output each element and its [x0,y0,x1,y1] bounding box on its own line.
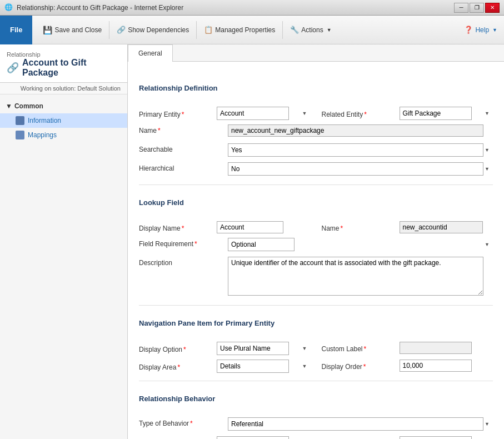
toolbar-right: Help ▼ [464,26,504,34]
managed-properties-button[interactable]: Managed Properties [198,19,281,41]
display-option-field: Use Plural Name Use Custom Label Do Not … [217,342,311,355]
display-name-input[interactable] [217,221,283,233]
primary-entity-label: Primary Entity* [139,108,217,118]
reparent-select[interactable]: Cascade None Cascade Active Cascade User… [400,436,472,439]
tab-general[interactable]: General [128,44,173,62]
entity-header: Relationship 🔗 Account to Gift Package [0,44,127,83]
toolbar: File Save and Close Show Dependencies Ma… [0,16,504,44]
nav-section: ▼ Common Information Mappings [0,94,127,147]
searchable-select[interactable]: Yes No [228,143,483,157]
display-name-label: Display Name* [139,222,217,232]
information-icon [16,116,24,125]
name-input[interactable] [228,124,483,137]
display-order-input[interactable] [400,360,472,372]
entity-icon: 🔗 [7,62,19,74]
primary-entity-select[interactable]: Account [217,107,289,120]
assign-select[interactable]: Cascade None Cascade Active Cascade User… [217,436,289,439]
related-entity-select[interactable]: Gift Package [400,107,472,120]
close-button[interactable]: ✕ [485,3,500,13]
hierarchical-row: Hierarchical No Yes [139,162,493,177]
display-order-col: Display Order* [322,360,493,372]
field-requirement-row: Field Requirement* Optional Required Rec… [139,238,493,252]
assign-col: Assign* Cascade None Cascade Active Casc… [139,436,311,439]
help-dropdown-icon: ▼ [492,27,497,33]
primary-entity-col: Primary Entity* Account [139,107,311,120]
description-row: Description Unique identifier of the acc… [139,257,493,297]
actions-button[interactable]: Actions ▼ [284,19,337,41]
entity-title-text: Account to Gift Package [22,58,121,78]
title-bar: 🌐 Relationship: Account to Gift Package … [0,0,504,16]
sidebar-item-mappings[interactable]: Mappings [0,128,127,142]
reparent-col: Reparent* Cascade None Cascade Active Ca… [322,436,493,439]
window-title: Relationship: Account to Gift Package - … [17,4,183,12]
nav-group-common[interactable]: ▼ Common [0,99,127,113]
show-dependencies-button[interactable]: Show Dependencies [111,19,195,41]
save-close-button[interactable]: Save and Close [37,19,108,41]
name-row: Name* [139,124,493,139]
description-field: Unique identifier of the account that is… [228,257,493,297]
custom-label-field [400,342,493,354]
restore-button[interactable]: ❐ [470,3,484,13]
description-label: Description [139,257,228,267]
sidebar-item-mappings-label: Mappings [28,131,57,139]
browser-icon: 🌐 [4,3,13,12]
toolbar-separator-2 [196,21,197,39]
related-entity-label: Related Entity* [322,108,400,118]
display-area-row: Display Area* Details Marketing Sales Se… [139,360,493,373]
display-option-required: * [183,346,186,353]
description-textarea[interactable]: Unique identifier of the account that is… [228,257,483,296]
primary-related-row: Primary Entity* Account Related Entity* [139,107,493,120]
type-behavior-select[interactable]: Referential Parental Configurable Cascad… [228,417,483,431]
save-close-label: Save and Close [54,26,102,34]
show-dependencies-label: Show Dependencies [128,26,189,34]
display-name-field [217,221,311,233]
nav-group-label: Common [14,102,43,110]
sidebar-item-information[interactable]: Information [0,113,127,128]
hierarchical-select[interactable]: No Yes [228,162,483,176]
nav-group-arrow: ▼ [6,102,12,110]
custom-label-required: * [364,345,367,353]
name-label: Name* [139,124,228,134]
solution-info: Working on solution: Default Solution [0,83,127,94]
file-button[interactable]: File [0,16,32,44]
name2-input[interactable] [400,221,483,233]
custom-label-input[interactable] [400,342,472,354]
main-area: Relationship 🔗 Account to Gift Package W… [0,44,504,439]
display-option-row: Display Option* Use Plural Name Use Cust… [139,342,493,355]
name2-col: Name* [322,221,493,233]
type-behavior-required: * [190,420,193,427]
field-req-required: * [194,240,197,248]
searchable-field: Yes No [228,143,493,157]
field-requirement-label: Field Requirement* [139,238,228,248]
actions-icon [290,26,299,34]
help-label: Help [475,26,489,34]
related-entity-field: Gift Package [400,107,493,120]
minimize-button[interactable]: ─ [454,3,468,13]
divider-2 [139,305,493,306]
display-area-select[interactable]: Details Marketing Sales Service [217,360,289,373]
nav-pane-title: Navigation Pane Item for Primary Entity [139,319,275,327]
hierarchical-field: No Yes [228,162,493,176]
hierarchical-label: Hierarchical [139,162,228,172]
help-button[interactable]: Help ▼ [464,26,497,34]
display-option-col: Display Option* Use Plural Name Use Cust… [139,342,311,355]
display-name-col: Display Name* [139,221,311,233]
field-requirement-select[interactable]: Optional Required Recommended [228,238,295,251]
field-requirement-field: Optional Required Recommended [228,238,493,251]
primary-entity-required: * [182,111,184,118]
primary-entity-field: Account [217,107,311,120]
type-behavior-field: Referential Parental Configurable Cascad… [228,417,493,431]
type-behavior-row: Type of Behavior* Referential Parental C… [139,417,493,432]
display-name-row: Display Name* Name* [139,221,493,233]
name-field [228,124,493,137]
managed-properties-icon [204,26,213,34]
display-option-select[interactable]: Use Plural Name Use Custom Label Do Not … [217,342,289,355]
form-content: Relationship Definition Primary Entity* … [128,62,504,439]
custom-label-label: Custom Label* [322,343,400,353]
display-order-required: * [363,363,366,371]
searchable-label: Searchable [139,143,228,153]
display-order-field [400,360,493,372]
entity-title: 🔗 Account to Gift Package [7,58,121,78]
name-required: * [158,127,161,134]
actions-label: Actions [301,26,323,34]
